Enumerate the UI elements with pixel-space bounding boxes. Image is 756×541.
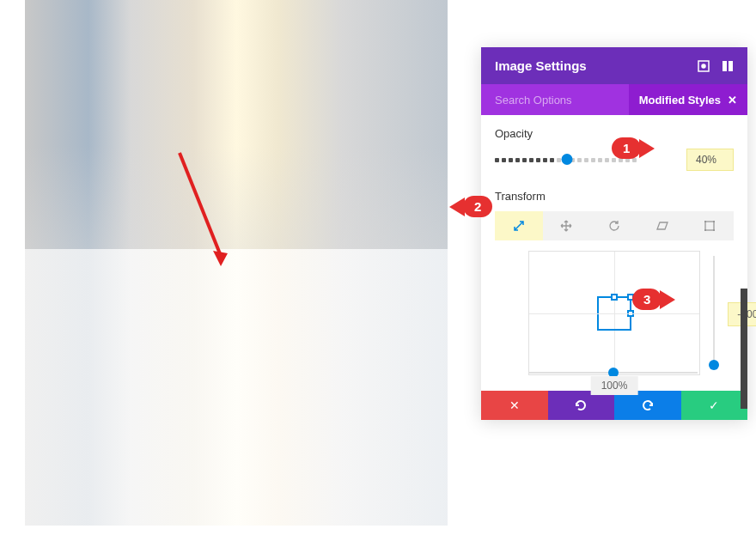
vertical-slider[interactable] bbox=[713, 256, 715, 365]
panel-title: Image Settings bbox=[495, 58, 587, 73]
skew-icon bbox=[656, 220, 668, 232]
opacity-slider-thumb[interactable] bbox=[562, 154, 573, 165]
svg-rect-4 bbox=[722, 61, 727, 71]
transform-handle-box[interactable] bbox=[597, 296, 631, 331]
scale-icon bbox=[513, 220, 525, 232]
focus-icon[interactable] bbox=[698, 60, 710, 72]
svg-rect-9 bbox=[704, 229, 706, 231]
svg-rect-8 bbox=[713, 221, 715, 222]
svg-rect-6 bbox=[705, 222, 714, 230]
transform-tab-rotate[interactable] bbox=[590, 211, 638, 240]
undo-icon bbox=[574, 398, 588, 412]
opacity-value-input[interactable]: 40% bbox=[686, 149, 734, 171]
layout-icon[interactable] bbox=[722, 60, 734, 72]
resize-handle-top-right[interactable] bbox=[627, 294, 634, 301]
cancel-button[interactable]: ✕ bbox=[481, 391, 548, 420]
opacity-slider[interactable] bbox=[495, 154, 676, 166]
settings-panel: Image Settings Search Options Modified S… bbox=[481, 47, 747, 420]
svg-rect-10 bbox=[713, 229, 715, 231]
panel-header: Image Settings bbox=[481, 47, 747, 84]
origin-icon bbox=[704, 220, 716, 232]
transform-tab-scale[interactable] bbox=[495, 211, 543, 240]
transform-tabs bbox=[495, 211, 734, 240]
preview-original-image bbox=[25, 0, 448, 249]
preview-reflection-image bbox=[25, 249, 448, 526]
svg-rect-5 bbox=[729, 61, 733, 71]
svg-point-3 bbox=[702, 64, 705, 68]
panel-scrollbar[interactable] bbox=[741, 289, 747, 409]
redo-icon bbox=[641, 398, 655, 412]
close-icon[interactable]: ✕ bbox=[728, 94, 737, 106]
horizontal-value-input[interactable]: 100% bbox=[591, 376, 638, 395]
undo-button[interactable] bbox=[548, 391, 615, 420]
transform-tab-translate[interactable] bbox=[543, 211, 591, 240]
panel-footer: ✕ ✓ bbox=[481, 391, 747, 420]
transform-tab-skew[interactable] bbox=[638, 211, 686, 240]
transform-tab-origin[interactable] bbox=[686, 211, 734, 240]
move-icon bbox=[560, 220, 572, 232]
modified-styles-chip[interactable]: Modified Styles ✕ bbox=[629, 84, 747, 115]
vertical-slider-thumb[interactable] bbox=[709, 360, 719, 370]
transform-label: Transform bbox=[495, 190, 734, 203]
panel-body: Opacity 40% Transform bbox=[481, 115, 747, 391]
resize-handle-right[interactable] bbox=[627, 310, 634, 317]
save-button[interactable]: ✓ bbox=[681, 391, 748, 420]
panel-subheader: Search Options Modified Styles ✕ bbox=[481, 84, 747, 115]
opacity-label: Opacity bbox=[495, 127, 734, 140]
modified-styles-label: Modified Styles bbox=[639, 94, 721, 106]
image-preview bbox=[25, 0, 448, 526]
redo-button[interactable] bbox=[614, 391, 681, 420]
transform-canvas[interactable] bbox=[528, 251, 700, 375]
horizontal-slider[interactable] bbox=[529, 372, 698, 374]
resize-handle-top[interactable] bbox=[611, 294, 618, 301]
search-options[interactable]: Search Options bbox=[481, 84, 629, 115]
rotate-icon bbox=[608, 220, 620, 232]
transform-canvas-area: -100% 100% bbox=[495, 251, 734, 391]
svg-rect-7 bbox=[704, 221, 706, 222]
